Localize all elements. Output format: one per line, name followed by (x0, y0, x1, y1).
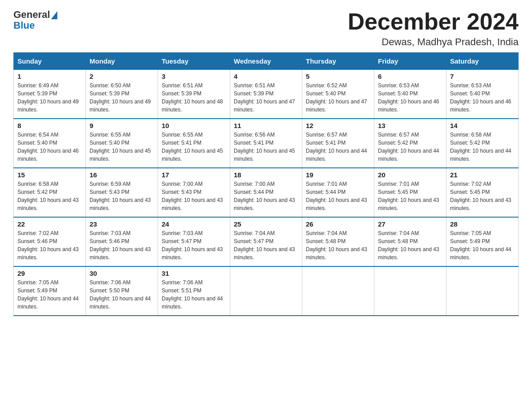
day-info: Sunrise: 7:01 AMSunset: 5:45 PMDaylight:… (378, 180, 442, 212)
calendar-cell: 22Sunrise: 7:02 AMSunset: 5:46 PMDayligh… (14, 217, 86, 266)
day-info: Sunrise: 7:05 AMSunset: 5:49 PMDaylight:… (17, 278, 82, 311)
header-sunday: Sunday (14, 53, 86, 70)
calendar-header: SundayMondayTuesdayWednesdayThursdayFrid… (14, 53, 519, 70)
calendar-cell: 2Sunrise: 6:50 AMSunset: 5:39 PMDaylight… (86, 70, 158, 119)
day-info: Sunrise: 6:51 AMSunset: 5:39 PMDaylight:… (162, 81, 226, 114)
title-section: December 2024 Dewas, Madhya Pradesh, Ind… (348, 9, 519, 48)
day-info: Sunrise: 6:53 AMSunset: 5:40 PMDaylight:… (450, 81, 515, 114)
calendar-cell: 11Sunrise: 6:56 AMSunset: 5:41 PMDayligh… (230, 119, 302, 168)
calendar-cell: 24Sunrise: 7:03 AMSunset: 5:47 PMDayligh… (158, 217, 230, 266)
calendar-cell: 27Sunrise: 7:04 AMSunset: 5:48 PMDayligh… (374, 217, 446, 266)
day-info: Sunrise: 6:58 AMSunset: 5:42 PMDaylight:… (17, 180, 82, 212)
calendar-cell: 10Sunrise: 6:55 AMSunset: 5:41 PMDayligh… (158, 119, 230, 168)
day-number: 16 (90, 171, 154, 179)
day-number: 18 (234, 171, 298, 179)
logo-arrow-icon (51, 11, 57, 19)
calendar-cell: 3Sunrise: 6:51 AMSunset: 5:39 PMDaylight… (158, 70, 230, 119)
day-number: 8 (17, 122, 82, 129)
calendar-cell: 16Sunrise: 6:59 AMSunset: 5:43 PMDayligh… (86, 168, 158, 217)
calendar-cell: 18Sunrise: 7:00 AMSunset: 5:44 PMDayligh… (230, 168, 302, 217)
day-number: 12 (306, 122, 370, 129)
day-number: 22 (17, 220, 82, 228)
calendar-cell (374, 266, 446, 316)
calendar-subtitle: Dewas, Madhya Pradesh, India (348, 36, 519, 48)
day-info: Sunrise: 7:02 AMSunset: 5:45 PMDaylight:… (450, 180, 515, 212)
calendar-week-row: 1Sunrise: 6:49 AMSunset: 5:39 PMDaylight… (14, 70, 519, 119)
header-wednesday: Wednesday (230, 53, 302, 70)
day-info: Sunrise: 7:05 AMSunset: 5:49 PMDaylight:… (450, 229, 515, 261)
day-info: Sunrise: 7:03 AMSunset: 5:47 PMDaylight:… (162, 229, 226, 261)
calendar-table: SundayMondayTuesdayWednesdayThursdayFrid… (13, 52, 519, 316)
calendar-cell: 14Sunrise: 6:58 AMSunset: 5:42 PMDayligh… (446, 119, 519, 168)
header-thursday: Thursday (302, 53, 374, 70)
day-info: Sunrise: 6:55 AMSunset: 5:40 PMDaylight:… (90, 131, 154, 163)
calendar-cell: 7Sunrise: 6:53 AMSunset: 5:40 PMDaylight… (446, 70, 519, 119)
day-number: 9 (90, 122, 154, 129)
calendar-cell: 8Sunrise: 6:54 AMSunset: 5:40 PMDaylight… (14, 119, 86, 168)
day-info: Sunrise: 7:00 AMSunset: 5:43 PMDaylight:… (162, 180, 226, 212)
calendar-week-row: 29Sunrise: 7:05 AMSunset: 5:49 PMDayligh… (14, 266, 519, 316)
day-info: Sunrise: 6:50 AMSunset: 5:39 PMDaylight:… (90, 81, 154, 114)
day-info: Sunrise: 7:06 AMSunset: 5:51 PMDaylight:… (162, 278, 226, 311)
day-number: 5 (306, 73, 370, 80)
calendar-cell: 31Sunrise: 7:06 AMSunset: 5:51 PMDayligh… (158, 266, 230, 316)
calendar-cell: 13Sunrise: 6:57 AMSunset: 5:42 PMDayligh… (374, 119, 446, 168)
day-number: 11 (234, 122, 298, 129)
calendar-cell: 1Sunrise: 6:49 AMSunset: 5:39 PMDaylight… (14, 70, 86, 119)
calendar-cell: 15Sunrise: 6:58 AMSunset: 5:42 PMDayligh… (14, 168, 86, 217)
day-number: 31 (162, 270, 226, 277)
calendar-cell: 12Sunrise: 6:57 AMSunset: 5:41 PMDayligh… (302, 119, 374, 168)
calendar-cell: 4Sunrise: 6:51 AMSunset: 5:39 PMDaylight… (230, 70, 302, 119)
day-number: 24 (162, 220, 226, 228)
header-monday: Monday (86, 53, 158, 70)
day-info: Sunrise: 6:54 AMSunset: 5:40 PMDaylight:… (17, 131, 82, 163)
calendar-cell (302, 266, 374, 316)
day-number: 17 (162, 171, 226, 179)
header-saturday: Saturday (446, 53, 519, 70)
calendar-cell: 29Sunrise: 7:05 AMSunset: 5:49 PMDayligh… (14, 266, 86, 316)
day-number: 3 (162, 73, 226, 80)
calendar-cell: 9Sunrise: 6:55 AMSunset: 5:40 PMDaylight… (86, 119, 158, 168)
day-number: 28 (450, 220, 515, 228)
day-number: 25 (234, 220, 298, 228)
day-number: 23 (90, 220, 154, 228)
day-info: Sunrise: 6:58 AMSunset: 5:42 PMDaylight:… (450, 131, 515, 163)
day-number: 14 (450, 122, 515, 129)
calendar-cell (230, 266, 302, 316)
day-info: Sunrise: 7:03 AMSunset: 5:46 PMDaylight:… (90, 229, 154, 261)
calendar-week-row: 15Sunrise: 6:58 AMSunset: 5:42 PMDayligh… (14, 168, 519, 217)
day-info: Sunrise: 7:04 AMSunset: 5:48 PMDaylight:… (378, 229, 442, 261)
day-info: Sunrise: 6:56 AMSunset: 5:41 PMDaylight:… (234, 131, 298, 163)
day-number: 30 (90, 270, 154, 277)
calendar-cell: 26Sunrise: 7:04 AMSunset: 5:48 PMDayligh… (302, 217, 374, 266)
day-info: Sunrise: 6:52 AMSunset: 5:40 PMDaylight:… (306, 81, 370, 114)
day-info: Sunrise: 7:06 AMSunset: 5:50 PMDaylight:… (90, 278, 154, 311)
logo-general-text: General (13, 9, 50, 21)
calendar-cell (446, 266, 519, 316)
day-number: 19 (306, 171, 370, 179)
logo-blue-text: Blue (13, 20, 35, 31)
header-tuesday: Tuesday (158, 53, 230, 70)
day-number: 2 (90, 73, 154, 80)
calendar-cell: 28Sunrise: 7:05 AMSunset: 5:49 PMDayligh… (446, 217, 519, 266)
calendar-cell: 21Sunrise: 7:02 AMSunset: 5:45 PMDayligh… (446, 168, 519, 217)
day-number: 13 (378, 122, 442, 129)
day-number: 6 (378, 73, 442, 80)
day-number: 27 (378, 220, 442, 228)
day-number: 26 (306, 220, 370, 228)
calendar-title: December 2024 (348, 9, 519, 34)
calendar-cell: 20Sunrise: 7:01 AMSunset: 5:45 PMDayligh… (374, 168, 446, 217)
day-number: 29 (17, 270, 82, 277)
day-info: Sunrise: 7:04 AMSunset: 5:48 PMDaylight:… (306, 229, 370, 261)
day-info: Sunrise: 7:01 AMSunset: 5:44 PMDaylight:… (306, 180, 370, 212)
calendar-cell: 25Sunrise: 7:04 AMSunset: 5:47 PMDayligh… (230, 217, 302, 266)
day-number: 20 (378, 171, 442, 179)
calendar-cell: 19Sunrise: 7:01 AMSunset: 5:44 PMDayligh… (302, 168, 374, 217)
calendar-cell: 5Sunrise: 6:52 AMSunset: 5:40 PMDaylight… (302, 70, 374, 119)
day-info: Sunrise: 6:57 AMSunset: 5:42 PMDaylight:… (378, 131, 442, 163)
day-info: Sunrise: 6:59 AMSunset: 5:43 PMDaylight:… (90, 180, 154, 212)
day-number: 4 (234, 73, 298, 80)
day-number: 1 (17, 73, 82, 80)
day-number: 15 (17, 171, 82, 179)
logo: General Blue (13, 9, 57, 31)
